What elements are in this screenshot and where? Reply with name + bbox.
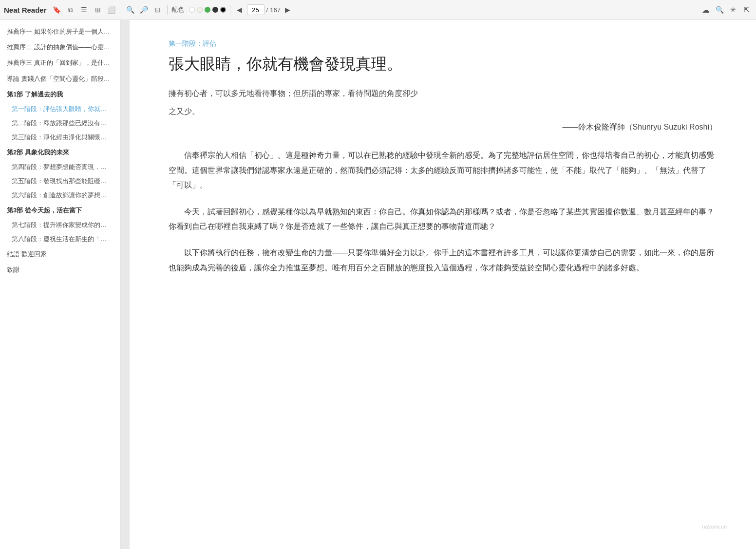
sidebar-item-preface2[interactable]: 推薦序二 設計的抽象價值——心靈整修 [0,39,120,55]
separator2 [167,5,168,15]
zoom-in-icon[interactable]: 🔎 [139,4,150,15]
settings-icon[interactable]: ✳ [728,4,738,15]
color-options [189,7,226,13]
reader-content: 第一階段：評估 張大眼睛，你就有機會發現真理。 擁有初心者，可以多元地看待事物；… [130,20,756,549]
sidebar-item-ch8[interactable]: 第八階段：慶祝生活在新生的「… [0,232,120,246]
menu-icon[interactable]: ☰ [79,4,90,15]
pagination: ◀ 25 / 167 ▶ [234,4,293,15]
prev-page-icon[interactable]: ◀ [234,4,245,15]
weather-icon[interactable]: ☁ [700,4,711,15]
sidebar-section-part3[interactable]: 第3部 從今天起，活在當下 [0,203,120,218]
chapter-title: 張大眼睛，你就有機會發現真理。 [169,53,717,75]
search-right-icon[interactable]: 🔍 [714,4,725,15]
main-area: 推薦序一 如果你住的房子是一個人，… 推薦序二 設計的抽象價值——心靈整修 推薦… [0,20,756,549]
sidebar: 推薦序一 如果你住的房子是一個人，… 推薦序二 設計的抽象價值——心靈整修 推薦… [0,20,121,549]
color-label: 配色 [171,5,184,14]
sidebar-section-part1[interactable]: 第1部 了解過去的我 [0,87,120,102]
page-separator: / [266,6,268,14]
sidebar-item-ch2[interactable]: 第二階段：釋放跟那些已經沒有… [0,116,120,131]
zoom-out-icon[interactable]: 🔍 [125,4,136,15]
sidebar-item-ch5[interactable]: 第五階段：發現找出那些能阻礙… [0,174,120,189]
sidebar-item-preface3[interactable]: 推薦序三 真正的「回到家」，是什麼… [0,55,120,71]
fit-icon[interactable]: ⊟ [152,4,163,15]
sidebar-item-ch3[interactable]: 第三階段：淨化經由淨化與關懷… [0,131,120,145]
sidebar-item-ch6[interactable]: 第六階段：創造故鄉讓你的夢想… [0,189,120,203]
bookmark-icon[interactable]: 🔖 [52,4,62,15]
next-page-icon[interactable]: ▶ [283,4,293,15]
toolbar: Neat Reader 🔖 ⧉ ☰ ⊞ ⬜ 🔍 🔎 ⊟ 配色 ◀ 25 / 16… [0,0,756,20]
paragraph-3: 以下你將執行的任務，擁有改變生命的力量——只要你準備好全力以赴。你手上的這本書裡… [169,246,717,275]
quote-line1: 擁有初心者，可以多元地看待事物；但所謂的專家，看待問題的角度卻少 [169,87,717,101]
paragraph-1: 信奉禪宗的人相信「初心」。這是種神奇力量，可以在已熟稔的經驗中發現全新的感受。為… [169,148,717,192]
sidebar-item-ch1[interactable]: 第一階段：評估張大眼睛，你就… [0,102,120,116]
sidebar-item-preface1[interactable]: 推薦序一 如果你住的房子是一個人，… [0,24,120,39]
grid-icon[interactable]: ⊞ [93,4,103,15]
toolbar-right: ☁ 🔍 ✳ ⇱ [700,4,752,15]
separator1 [121,5,121,15]
page-icon[interactable]: ⬜ [106,4,117,15]
paragraph-2: 今天，試著回歸初心，感覺某種你以為早就熟知的東西：你自己。你真如你認為的那樣嗎？… [169,205,717,234]
watermark: nayona.cn [702,524,727,530]
sidebar-section-part2[interactable]: 第2部 具象化我的未來 [0,145,120,160]
sidebar-item-ch7[interactable]: 第七階段：提升將你家變成你的… [0,218,120,232]
quote-author: ——鈴木俊隆禪師（Shunryu Suzuki Roshi） [169,122,717,133]
total-pages: 167 [270,6,281,14]
content-divider [121,20,130,549]
copy-icon[interactable]: ⧉ [65,4,76,15]
chapter-label: 第一階段：評估 [169,39,717,48]
color-black[interactable] [220,7,226,13]
sidebar-item-thanks[interactable]: 致謝 [0,262,120,278]
color-beige[interactable] [197,7,203,13]
expand-icon[interactable]: ⇱ [741,4,752,15]
color-green[interactable] [205,7,210,13]
sidebar-item-intro[interactable]: 導論 實踐八個「空間心靈化」階段，… [0,71,120,87]
sidebar-item-conclusion[interactable]: 結語 歡迎回家 [0,246,120,262]
app-title: Neat Reader [4,6,47,14]
current-page-input[interactable]: 25 [247,4,265,15]
sidebar-item-ch4[interactable]: 第四階段：夢想夢想能否實現，… [0,160,120,174]
quote-line2: 之又少。 [169,105,717,119]
color-white[interactable] [189,7,195,13]
separator3 [230,5,230,15]
color-dark[interactable] [212,7,218,13]
